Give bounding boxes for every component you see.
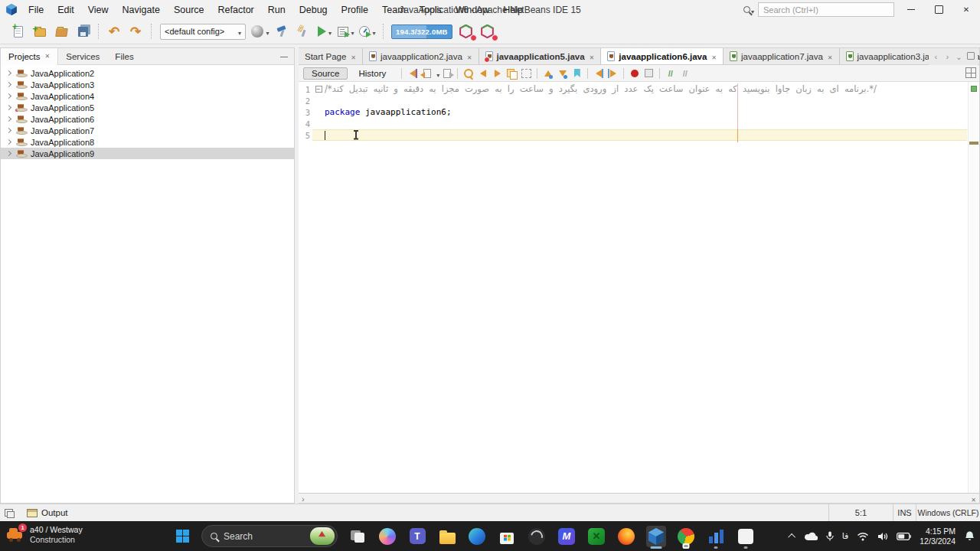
chevron-right-icon[interactable] bbox=[6, 82, 11, 87]
menu-item[interactable]: Tools bbox=[413, 2, 449, 18]
profile-project-button[interactable] bbox=[358, 22, 377, 41]
teams-app-button[interactable]: T bbox=[407, 526, 427, 547]
xbox-app-button[interactable]: ✕ bbox=[586, 526, 606, 547]
toggle-bookmark-icon[interactable] bbox=[570, 67, 583, 80]
tab-list-dropdown-icon[interactable]: ⌄ bbox=[953, 53, 965, 61]
build-project-button[interactable] bbox=[273, 22, 291, 41]
panel-tab[interactable]: Services bbox=[58, 48, 107, 65]
code-line[interactable]: 4 bbox=[299, 118, 979, 129]
speaker-icon[interactable] bbox=[877, 532, 888, 541]
hidden-icons-chevron-icon[interactable] bbox=[788, 533, 795, 541]
language-indicator[interactable]: فا bbox=[842, 531, 849, 541]
stop-macro-icon[interactable] bbox=[642, 67, 655, 80]
chevron-right-icon[interactable] bbox=[6, 116, 11, 122]
open-project-button[interactable] bbox=[52, 22, 70, 41]
chevron-right-icon[interactable] bbox=[6, 128, 11, 133]
tab-close-icon[interactable] bbox=[462, 52, 472, 61]
project-tree-row[interactable]: JavaApplication6 bbox=[1, 113, 294, 125]
last-edit-position-icon[interactable] bbox=[406, 67, 419, 80]
code-line[interactable]: 5 bbox=[299, 129, 979, 141]
project-tree-row[interactable]: JavaApplication5 bbox=[1, 102, 294, 113]
chrome-app-button[interactable] bbox=[676, 526, 696, 547]
menu-item[interactable]: Run bbox=[261, 2, 292, 18]
line-ending-status[interactable]: Windows (CRLF) bbox=[916, 504, 980, 521]
microphone-icon[interactable] bbox=[826, 531, 834, 541]
chevron-right-icon[interactable] bbox=[6, 151, 11, 156]
back-icon[interactable] bbox=[420, 67, 433, 80]
run-project-button[interactable] bbox=[315, 22, 334, 41]
line-text[interactable] bbox=[325, 129, 967, 141]
line-text[interactable] bbox=[325, 118, 967, 129]
tab-close-icon[interactable] bbox=[823, 52, 833, 61]
blue-m-app-button[interactable]: M bbox=[557, 526, 577, 547]
insert-mode-status[interactable]: INS bbox=[893, 504, 916, 521]
close-button[interactable] bbox=[952, 0, 980, 19]
editor-tab[interactable]: javaapplication6.java bbox=[601, 48, 724, 64]
chevron-down-icon[interactable] bbox=[434, 67, 439, 80]
copilot-app-button[interactable] bbox=[377, 526, 397, 547]
code-line[interactable]: 3package javaapplication6; bbox=[299, 106, 979, 118]
menu-item[interactable]: Team bbox=[375, 2, 413, 18]
project-tree-row[interactable]: JavaApplication7 bbox=[1, 125, 294, 136]
chevron-right-icon[interactable] bbox=[6, 70, 11, 76]
menu-item[interactable]: Refactor bbox=[211, 2, 261, 18]
project-tree-row[interactable]: JavaApplication2 bbox=[1, 67, 294, 79]
maximize-button[interactable] bbox=[925, 0, 952, 19]
profile-ide-stop-button[interactable] bbox=[479, 22, 497, 41]
source-view-button[interactable]: Source bbox=[303, 67, 348, 80]
taskbar-widget[interactable]: 1 a40 / Westway Construction bbox=[6, 525, 83, 545]
store-app-button[interactable] bbox=[497, 526, 517, 547]
line-text[interactable] bbox=[325, 95, 967, 106]
undo-button[interactable]: ↶ bbox=[105, 22, 123, 41]
record-macro-icon[interactable] bbox=[628, 67, 641, 80]
code-line[interactable]: 1/*برنامه ای به زبان جاوا بنویسید که به … bbox=[299, 83, 979, 95]
project-tree-row[interactable]: JavaApplication3 bbox=[1, 79, 294, 90]
menu-item[interactable]: Navigate bbox=[116, 2, 167, 18]
menu-item[interactable]: Edit bbox=[51, 2, 81, 18]
debug-project-button[interactable] bbox=[337, 22, 355, 41]
editor-tab[interactable]: javaapplication5.java bbox=[479, 48, 602, 64]
menu-item[interactable]: Debug bbox=[292, 2, 335, 18]
previous-bookmark-icon[interactable] bbox=[541, 67, 554, 80]
next-bookmark-icon[interactable] bbox=[556, 67, 569, 80]
error-stripe[interactable] bbox=[968, 82, 979, 493]
editor-tab[interactable]: javaapplication7.java bbox=[724, 48, 839, 64]
next-occurrence-icon[interactable] bbox=[491, 67, 504, 80]
dark-swirl-app-button[interactable] bbox=[527, 526, 547, 547]
tab-close-icon[interactable] bbox=[707, 52, 717, 61]
float-window-icon[interactable] bbox=[5, 509, 13, 517]
clean-build-button[interactable] bbox=[294, 22, 312, 41]
editor-tab[interactable]: Start Page bbox=[299, 48, 363, 64]
memory-meter-button[interactable]: 194.3/322.0MB bbox=[391, 24, 452, 39]
shift-left-icon[interactable] bbox=[592, 67, 605, 80]
onedrive-cloud-icon[interactable] bbox=[804, 532, 818, 541]
editor-tab[interactable]: javaapplication2.java bbox=[363, 48, 479, 64]
line-text[interactable]: /*برنامه ای به زبان جاوا بنویسید که به ع… bbox=[325, 83, 967, 95]
chevron-right-icon[interactable] bbox=[6, 93, 11, 99]
redo-button[interactable]: ↷ bbox=[126, 22, 145, 41]
tab-close-icon[interactable] bbox=[585, 52, 595, 61]
minimize-button[interactable] bbox=[897, 0, 925, 19]
project-tree-row[interactable]: JavaApplication8 bbox=[1, 136, 294, 148]
new-project-button[interactable] bbox=[31, 22, 49, 41]
chart-app-button[interactable] bbox=[706, 526, 726, 547]
shift-right-icon[interactable] bbox=[606, 67, 619, 80]
previous-occurrence-icon[interactable] bbox=[476, 67, 489, 80]
project-tree-row[interactable]: JavaApplication9 bbox=[1, 148, 294, 159]
comment-icon[interactable] bbox=[664, 67, 677, 80]
line-text[interactable]: package javaapplication6; bbox=[325, 106, 967, 118]
new-file-button[interactable] bbox=[9, 22, 28, 41]
wifi-icon[interactable] bbox=[857, 532, 869, 541]
save-all-button[interactable] bbox=[74, 22, 92, 41]
snip-app-button[interactable] bbox=[736, 526, 756, 547]
caret-position-status[interactable]: 5:1 bbox=[828, 504, 893, 521]
forward-icon[interactable] bbox=[440, 67, 453, 80]
browser-globe-button[interactable] bbox=[251, 22, 270, 41]
code-editor[interactable]: 1/*برنامه ای به زبان جاوا بنویسید که به … bbox=[299, 82, 979, 493]
search-icon[interactable] bbox=[743, 6, 750, 13]
menu-item[interactable]: File bbox=[21, 2, 51, 18]
firefox-app-button[interactable] bbox=[616, 526, 636, 547]
menu-item[interactable]: Window bbox=[449, 2, 496, 18]
menu-item[interactable]: Source bbox=[167, 2, 211, 18]
find-selection-icon[interactable] bbox=[462, 67, 475, 80]
